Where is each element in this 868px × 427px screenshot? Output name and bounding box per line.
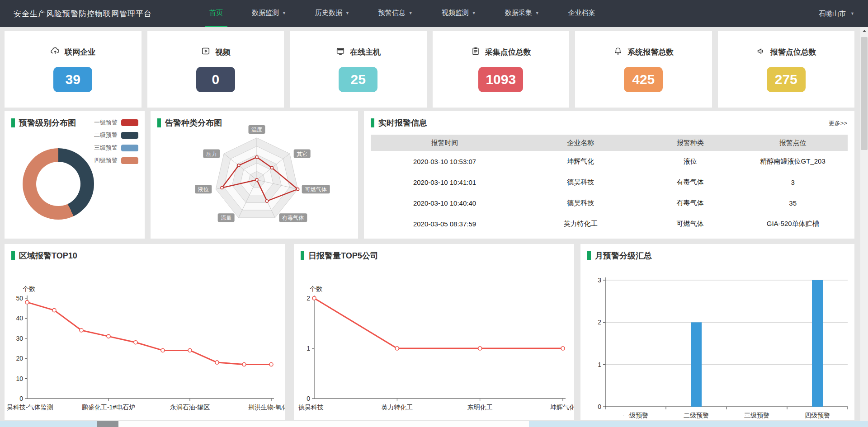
svg-text:30: 30	[16, 335, 23, 342]
nav-item-label: 企业档案	[568, 9, 595, 17]
table-column-header: 报警时间	[371, 135, 519, 151]
cloud-upload-icon	[50, 46, 60, 58]
table-column-header: 报警点位	[738, 135, 848, 151]
warning-level-donut-chart	[23, 148, 94, 220]
nav-item-2[interactable]: 历史数据▼	[311, 0, 354, 27]
table-cell: 坤辉气化	[519, 151, 642, 172]
svg-text:坤辉气化: 坤辉气化	[550, 404, 574, 411]
table-cell: 可燃气体	[642, 213, 738, 234]
svg-text:10: 10	[16, 375, 23, 382]
nav-item-6[interactable]: 企业档案	[564, 0, 600, 27]
legend-color-chip	[121, 132, 138, 139]
table-cell: 液位	[642, 151, 738, 172]
region-selector[interactable]: 石嘴山市 ▼	[819, 0, 854, 27]
legend-item[interactable]: 一级预警	[94, 118, 138, 127]
stat-value-badge: 25	[339, 67, 377, 92]
table-cell: 有毒气体	[642, 192, 738, 213]
chevron-down-icon: ▼	[345, 11, 349, 15]
svg-text:2: 2	[307, 295, 310, 302]
legend-item[interactable]: 三级预警	[94, 144, 138, 152]
table-cell: 2020-03-10 10:53:07	[371, 151, 519, 172]
app-title: 安全生产风险预警防控物联网管理平台	[0, 0, 152, 27]
table-cell: 英力特化工	[519, 213, 642, 234]
scrollbar-thumb[interactable]	[861, 37, 868, 150]
table-column-header: 企业名称	[519, 135, 642, 151]
legend-label: 三级预警	[94, 144, 118, 152]
realtime-alarm-table: 报警时间企业名称报警种类报警点位 2020-03-10 10:53:07坤辉气化…	[371, 135, 848, 234]
alarm-type-radar-chart: 温度其它可燃气体有毒气体流量液位压力	[151, 111, 358, 239]
svg-text:个数: 个数	[22, 285, 35, 292]
panel-title: 告警种类分布图	[165, 117, 222, 128]
legend-label: 一级预警	[94, 118, 118, 127]
nav-item-label: 数据采集	[505, 9, 532, 17]
stat-label: 报警点位总数	[770, 47, 816, 57]
monitor-icon	[335, 46, 345, 58]
svg-text:50: 50	[16, 295, 23, 302]
title-marker	[11, 118, 15, 127]
svg-text:四级预警: 四级预警	[805, 412, 830, 419]
svg-text:东明化工: 东明化工	[467, 404, 493, 411]
svg-text:0: 0	[598, 403, 601, 410]
video-icon	[201, 46, 211, 58]
table-column-header: 报警种类	[642, 135, 738, 151]
svg-text:20: 20	[16, 355, 23, 362]
legend-color-chip	[121, 119, 138, 126]
scrollbar-up-button[interactable]	[860, 27, 868, 35]
stat-card-networked-enterprises: 联网企业 39	[5, 31, 142, 108]
nav-item-1[interactable]: 数据监测▼	[247, 0, 291, 27]
svg-text:昊科技-气体监测: 昊科技-气体监测	[7, 404, 53, 411]
svg-text:有毒气体: 有毒气体	[282, 215, 304, 221]
svg-text:0: 0	[19, 395, 23, 402]
svg-text:永润石油-罐区: 永润石油-罐区	[170, 404, 210, 411]
legend-color-chip	[121, 145, 138, 151]
table-row: 2020-03-05 08:37:59英力特化工可燃气体GIA-520单体贮槽	[371, 213, 848, 234]
nav-item-0[interactable]: 首页	[205, 0, 227, 27]
table-cell: 精醇南罐液位GT_203	[738, 151, 848, 172]
stat-label: 采集点位总数	[485, 47, 531, 57]
svg-text:40: 40	[16, 314, 23, 322]
speaker-icon	[756, 46, 766, 58]
nav-item-label: 数据监测	[252, 9, 279, 17]
nav-item-5[interactable]: 数据采集▼	[500, 0, 544, 27]
warning-level-legend: 一级预警二级预警三级预警四级预警	[94, 118, 138, 164]
alarm-type-panel: 温度其它可燃气体有毒气体流量液位压力 告警种类分布图	[151, 111, 358, 239]
nav-item-4[interactable]: 视频监测▼	[437, 0, 481, 27]
bottom-window-strip	[0, 421, 868, 427]
nav-item-3[interactable]: 预警信息▼	[374, 0, 417, 27]
clipboard-icon	[471, 46, 481, 58]
stat-value-badge: 1093	[478, 67, 523, 92]
stat-value-badge: 425	[624, 67, 663, 92]
chevron-down-icon: ▼	[282, 11, 286, 15]
vertical-scrollbar[interactable]	[860, 27, 868, 427]
panel-title: 实时报警信息	[378, 117, 427, 128]
region-top10-panel: 区域报警TOP10 01020304050个数昊科技-气体监测鹏盛化工-1#电石…	[5, 244, 285, 420]
table-cell: 2020-03-10 10:40:40	[371, 192, 519, 213]
window-strip-segment	[97, 421, 118, 427]
monthly-summary-bar-chart: 0123一级预警二级预警三级预警四级预警	[580, 244, 854, 420]
stat-label: 系统报警总数	[627, 47, 674, 57]
bell-icon	[613, 46, 623, 58]
legend-label: 四级预警	[94, 156, 118, 164]
table-cell: GIA-520单体贮槽	[738, 213, 848, 234]
stat-card-system-alarms: 系统报警总数 425	[575, 31, 712, 108]
dashboard-screen: 安全生产风险预警防控物联网管理平台 首页数据监测▼历史数据▼预警信息▼视频监测▼…	[0, 0, 868, 427]
legend-item[interactable]: 四级预警	[94, 156, 138, 164]
table-row: 2020-03-10 10:41:01德昊科技有毒气体3	[371, 172, 848, 192]
chevron-down-icon: ▼	[472, 11, 476, 15]
svg-text:液位: 液位	[198, 186, 209, 192]
svg-text:荆洪生物-氧化反: 荆洪生物-氧化反	[248, 404, 285, 411]
svg-text:三级预警: 三级预警	[744, 412, 769, 419]
table-cell: 德昊科技	[519, 172, 642, 192]
nav-item-label: 预警信息	[378, 9, 406, 17]
legend-item[interactable]: 二级预警	[94, 131, 138, 139]
panel-title: 预警级别分布图	[19, 117, 76, 128]
title-marker	[157, 118, 161, 127]
more-link[interactable]: 更多>>	[829, 119, 847, 127]
svg-text:温度: 温度	[251, 127, 262, 133]
stat-value-badge: 39	[53, 67, 92, 92]
warning-level-panel: 预警级别分布图 一级预警二级预警三级预警四级预警	[5, 111, 145, 239]
nav-item-label: 历史数据	[315, 9, 342, 17]
stat-card-alarm-points: 报警点位总数 275	[718, 31, 855, 108]
table-cell: 2020-03-10 10:41:01	[371, 172, 519, 192]
stat-card-collection-points: 采集点位总数 1093	[433, 31, 570, 108]
